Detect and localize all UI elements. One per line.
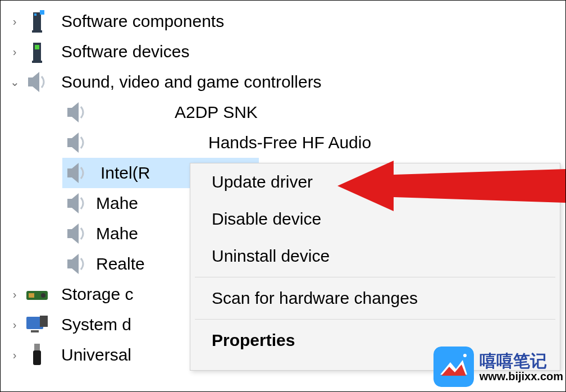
tree-row-software-devices[interactable]: › Software devices bbox=[1, 37, 565, 67]
redacted-text bbox=[90, 102, 169, 123]
menu-scan-hardware[interactable]: Scan for hardware changes bbox=[190, 280, 560, 317]
svg-rect-11 bbox=[67, 138, 72, 147]
menu-separator bbox=[195, 277, 555, 277]
svg-marker-12 bbox=[72, 133, 79, 153]
svg-rect-28 bbox=[33, 350, 41, 365]
watermark-name: 嘻嘻笔记 bbox=[480, 352, 563, 370]
tree-row-sound-controllers[interactable]: ⌄ Sound, video and game controllers bbox=[1, 67, 565, 97]
menu-disable-device[interactable]: Disable device bbox=[190, 200, 560, 238]
tree-item-label: Storage c bbox=[51, 285, 133, 304]
svg-point-23 bbox=[41, 293, 45, 298]
speaker-icon bbox=[62, 222, 90, 245]
tree-item-label: Mahe bbox=[90, 194, 138, 213]
speaker-icon bbox=[62, 131, 90, 154]
svg-rect-1 bbox=[34, 13, 36, 16]
menu-uninstall-device[interactable]: Uninstall device bbox=[190, 238, 560, 275]
software-components-icon bbox=[23, 9, 51, 34]
tree-item-label: Universal bbox=[51, 345, 131, 364]
tree-row-handsfree[interactable]: Hands-Free HF Audio bbox=[1, 127, 565, 158]
tree-item-label: System d bbox=[51, 315, 131, 334]
tree-row-software-components[interactable]: › Software components bbox=[1, 6, 565, 37]
svg-rect-15 bbox=[67, 199, 72, 208]
usb-icon bbox=[23, 343, 51, 367]
redacted-text bbox=[90, 132, 203, 153]
tree-item-label: Realte bbox=[90, 254, 145, 274]
svg-marker-10 bbox=[72, 102, 79, 122]
watermark: 嘻嘻笔记 www.bijixx.com bbox=[433, 347, 563, 387]
context-menu: Update driver Disable device Uninstall d… bbox=[190, 163, 560, 371]
tree-item-label: Sound, video and game controllers bbox=[51, 72, 322, 92]
svg-rect-5 bbox=[35, 45, 39, 49]
svg-marker-16 bbox=[72, 193, 79, 213]
svg-rect-25 bbox=[31, 330, 39, 332]
tree-item-label: Intel(R bbox=[90, 163, 150, 183]
svg-marker-8 bbox=[33, 72, 39, 92]
software-devices-icon bbox=[23, 39, 51, 64]
expand-icon[interactable]: › bbox=[6, 349, 23, 362]
svg-rect-13 bbox=[67, 168, 72, 177]
watermark-url: www.bijixx.com bbox=[480, 370, 563, 382]
speaker-icon bbox=[62, 192, 90, 215]
svg-point-33 bbox=[463, 354, 467, 357]
system-devices-icon bbox=[23, 314, 51, 335]
svg-rect-6 bbox=[32, 61, 42, 63]
storage-icon bbox=[23, 285, 51, 303]
expand-icon[interactable]: › bbox=[6, 318, 23, 331]
tree-item-label: Mahe bbox=[90, 224, 138, 243]
svg-marker-20 bbox=[72, 254, 79, 274]
speaker-icon bbox=[62, 253, 90, 275]
svg-rect-2 bbox=[40, 10, 44, 15]
collapse-icon[interactable]: ⌄ bbox=[6, 75, 23, 89]
svg-rect-3 bbox=[32, 30, 42, 33]
svg-rect-19 bbox=[67, 259, 72, 268]
svg-marker-14 bbox=[72, 163, 79, 183]
tree-item-label: Hands-Free HF Audio bbox=[203, 133, 371, 152]
svg-rect-26 bbox=[40, 316, 48, 327]
svg-rect-27 bbox=[34, 344, 40, 350]
expand-icon[interactable]: › bbox=[6, 288, 23, 301]
tree-row-a2dp[interactable]: A2DP SNK bbox=[1, 97, 565, 127]
tree-item-label: Software devices bbox=[51, 42, 189, 61]
svg-marker-18 bbox=[72, 224, 79, 244]
speaker-icon bbox=[62, 101, 90, 124]
speaker-icon bbox=[23, 71, 51, 93]
svg-rect-9 bbox=[67, 108, 72, 117]
expand-icon[interactable]: › bbox=[6, 45, 23, 58]
svg-rect-22 bbox=[29, 293, 34, 298]
tree-item-label: A2DP SNK bbox=[169, 103, 258, 122]
tree-item-label: Software components bbox=[51, 12, 224, 31]
svg-rect-7 bbox=[28, 78, 33, 86]
watermark-logo-icon bbox=[433, 347, 474, 387]
menu-separator bbox=[195, 319, 555, 320]
svg-rect-17 bbox=[67, 229, 72, 238]
menu-update-driver[interactable]: Update driver bbox=[190, 163, 560, 200]
expand-icon[interactable]: › bbox=[6, 15, 23, 28]
speaker-icon bbox=[62, 162, 90, 184]
